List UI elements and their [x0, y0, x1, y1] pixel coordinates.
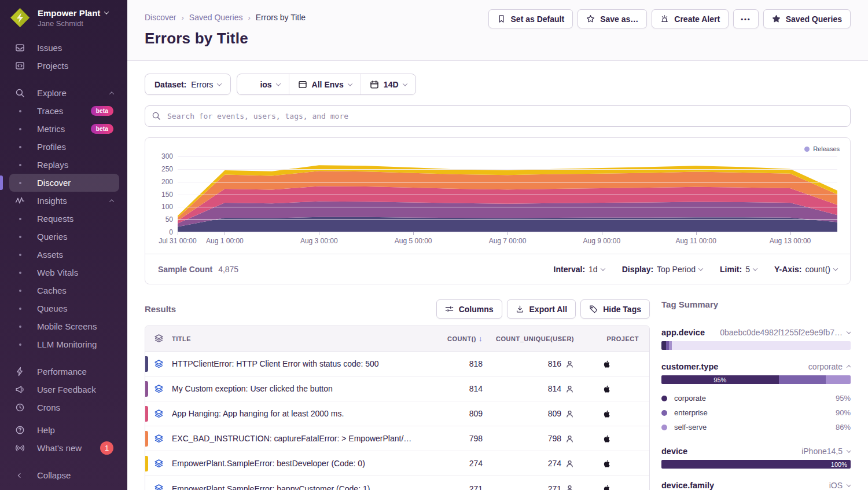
sidebar-item-issues[interactable]: Issues	[9, 39, 119, 57]
save-as--button[interactable]: Save as…	[578, 9, 647, 28]
limit-control[interactable]: Limit:5	[720, 265, 757, 274]
sidebar-item-caches[interactable]: Caches	[9, 281, 119, 299]
column-header-count[interactable]: COUNT()↓	[422, 334, 483, 343]
tag-distribution-bar: 95%	[661, 375, 851, 384]
sidebar-item-profiles[interactable]: Profiles	[9, 138, 119, 156]
active-indicator	[0, 175, 3, 190]
breadcrumb-item[interactable]: Saved Queries	[189, 13, 243, 22]
sidebar-item-projects[interactable]: Projects	[9, 57, 119, 75]
sidebar-item-assets[interactable]: Assets	[9, 246, 119, 264]
columns-button[interactable]: Columns	[436, 299, 502, 319]
tag-value-label[interactable]: corporate	[674, 394, 706, 403]
tag-color-dot	[661, 410, 667, 416]
dataset-selector[interactable]: Dataset: Errors	[145, 74, 231, 95]
tag-value-label[interactable]: enterprise	[674, 408, 708, 417]
search-input[interactable]	[145, 105, 851, 127]
count-value: 274	[422, 459, 483, 468]
gridline	[178, 156, 837, 157]
apple-icon: ios	[602, 484, 610, 490]
chevron-down-icon	[402, 81, 407, 86]
tag-top-value[interactable]: 0baebc0de4982f1255f2e9e9fb7…	[720, 328, 851, 337]
sidebar-item-replays[interactable]: Replays	[9, 156, 119, 174]
sidebar-item-mobile-screens[interactable]: Mobile Screens	[9, 317, 119, 335]
sidebar-item-crons[interactable]: Crons	[9, 398, 119, 416]
column-header-count-unique-user[interactable]: COUNT_UNIQUE(USER)	[483, 335, 582, 342]
error-title[interactable]: EXC_BAD_INSTRUCTION: captureFatalError: …	[172, 434, 422, 443]
interval-control[interactable]: Interval:1d	[554, 265, 605, 274]
org-switcher[interactable]: Empower Plant Jane Schmidt	[0, 0, 127, 34]
tag-value-percent: 95%	[836, 394, 851, 403]
project-filter[interactable]: ios	[237, 74, 288, 94]
stacked-area-chart: 050100150200250300Jul 31 00:00Aug 1 00:0…	[178, 156, 837, 232]
date-range-filter[interactable]: 14D	[361, 74, 415, 94]
megaphone-icon	[15, 385, 25, 394]
apple-icon: ios	[602, 459, 610, 468]
create-alert-button[interactable]: Create Alert	[652, 9, 729, 28]
display-control[interactable]: Display:Top Period	[622, 265, 703, 274]
results-header: Results ColumnsExport AllHide Tags	[145, 299, 650, 319]
sidebar-item-traces[interactable]: Tracesbeta	[9, 102, 119, 120]
error-title[interactable]: App Hanging: App hanging for at least 20…	[172, 409, 422, 418]
sidebar-nav: IssuesProjectsExploreTracesbetaMetricsbe…	[0, 39, 127, 457]
error-title[interactable]: EmpowerPlant.SampleError: happyCustomer …	[172, 484, 422, 490]
sidebar-item-web-vitals[interactable]: Web Vitals	[9, 264, 119, 281]
sidebar-item-queues[interactable]: Queues	[9, 299, 119, 317]
sidebar-item-help[interactable]: Help	[9, 421, 119, 439]
saved-queries-button[interactable]: Saved Queries	[763, 9, 851, 28]
project-link[interactable]: ios	[604, 460, 610, 467]
yaxis-control[interactable]: Y-Axis:count()	[774, 265, 837, 274]
tag-name: customer.type	[661, 362, 718, 371]
table-row: EmpowerPlant.SampleError: bestDeveloper …	[145, 451, 649, 476]
set-as-default-button[interactable]: Set as Default	[488, 9, 573, 28]
legend-label[interactable]: Releases	[813, 145, 840, 152]
export-all-button[interactable]: Export All	[507, 299, 576, 319]
bookmark-icon	[497, 14, 506, 23]
tag-top-value[interactable]: iPhone14,5	[801, 447, 851, 456]
sidebar-item-metrics[interactable]: Metricsbeta	[9, 120, 119, 138]
error-title[interactable]: HTTPClientError: HTTP Client Error with …	[172, 359, 422, 368]
sidebar-collapse[interactable]: Collapse	[9, 466, 119, 484]
layers-icon[interactable]	[154, 484, 164, 490]
tag-top-value[interactable]: iOS	[829, 481, 851, 490]
beta-badge: beta	[91, 106, 113, 116]
environment-filter[interactable]: All Envs	[289, 74, 361, 94]
sidebar-item-requests[interactable]: Requests	[9, 210, 119, 228]
chevron-down-icon	[275, 81, 280, 86]
sidebar-item-discover[interactable]: Discover	[9, 174, 119, 192]
layers-icon[interactable]	[154, 459, 164, 469]
tag-top-value[interactable]: corporate	[808, 362, 851, 371]
series-color-swatch	[145, 381, 148, 397]
layers-icon[interactable]	[154, 434, 164, 444]
breadcrumb-item[interactable]: Discover	[145, 13, 176, 22]
project-link[interactable]: ios	[604, 360, 610, 367]
table-row: App Hanging: App hanging for at least 20…	[145, 401, 649, 426]
hide-tags-button[interactable]: Hide Tags	[580, 299, 650, 319]
error-title[interactable]: My Custom exeption: User clicked the but…	[172, 384, 422, 393]
sidebar-item-user-feedback[interactable]: User Feedback	[9, 381, 119, 398]
error-title[interactable]: EmpowerPlant.SampleError: bestDeveloper …	[172, 459, 422, 468]
project-link[interactable]: ios	[604, 485, 610, 490]
sidebar-item-llm-monitoring[interactable]: LLM Monitoring	[9, 335, 119, 353]
collapse-label: Collapse	[37, 470, 71, 480]
sidebar-item-insights[interactable]: Insights	[9, 192, 119, 210]
layers-icon[interactable]	[154, 409, 164, 419]
layers-icon[interactable]	[154, 359, 164, 369]
user-icon	[565, 434, 574, 443]
environment-filter-value: All Envs	[312, 80, 344, 89]
project-link[interactable]: ios	[604, 410, 610, 417]
sidebar-item-queries[interactable]: Queries	[9, 228, 119, 246]
sidebar-item-what-s-new[interactable]: What's new1	[9, 439, 119, 457]
column-header-project[interactable]: PROJECT	[582, 335, 649, 342]
dataset-value: Errors	[191, 80, 213, 89]
tag-value-label[interactable]: self-serve	[674, 423, 707, 432]
more-options-button[interactable]: •••	[733, 9, 759, 28]
sidebar-item-explore[interactable]: Explore	[9, 84, 119, 102]
project-link[interactable]: ios	[604, 385, 610, 392]
search-bar	[145, 105, 851, 127]
project-link[interactable]: ios	[604, 435, 610, 442]
layers-icon[interactable]	[154, 384, 164, 394]
sliders-icon	[445, 305, 454, 313]
column-header-title[interactable]: TITLE	[172, 335, 422, 342]
sidebar-item-performance[interactable]: Performance	[9, 363, 119, 381]
x-axis-tick-label: Aug 7 00:00	[489, 237, 527, 245]
